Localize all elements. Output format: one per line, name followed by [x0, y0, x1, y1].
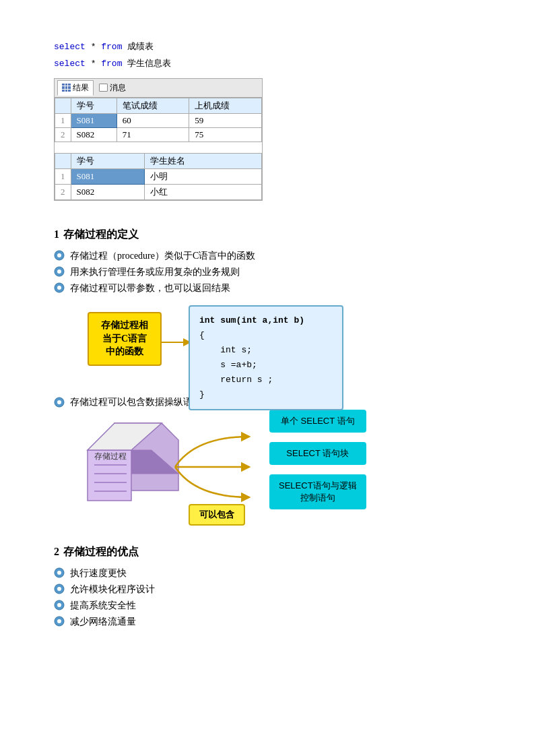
code-line-5: return s ;: [199, 373, 333, 387]
bullet-text-2: 用来执行管理任务或应用复杂的业务规则: [70, 266, 240, 278]
table-row: 2 S082 小红: [55, 184, 262, 199]
svg-point-5: [57, 286, 61, 290]
td-rownum: 1: [55, 113, 71, 127]
td-rownum: 2: [55, 127, 71, 141]
section2-bullets: 执行速度更快 允许模块化程序设计 提高系统安全性 减少网络流通量: [54, 567, 480, 628]
td-75: 75: [189, 127, 262, 141]
td-rownum: 2: [55, 184, 71, 199]
bullet-icon: [54, 584, 65, 594]
table-row: 2 S082 71 75: [55, 127, 262, 141]
btn-select-single[interactable]: 单个 SELECT 语句: [269, 410, 366, 433]
list-item: 执行速度更快: [54, 567, 480, 579]
th-xuehao-2: 学号: [71, 153, 145, 168]
bullet-icon: [54, 266, 65, 277]
list-item: 减少网络流通量: [54, 616, 480, 628]
section1-num: 1: [54, 228, 59, 241]
td-s081-1: S081: [71, 113, 116, 127]
table-row: 1 S081 60 59: [55, 113, 262, 127]
svg-point-3: [57, 270, 61, 274]
table-row: 1 S081 小明: [55, 168, 262, 184]
code-line-6: }: [199, 387, 333, 402]
bullet-icon: [54, 397, 65, 408]
section1-title: 存储过程的定义: [63, 228, 139, 242]
th-xingming: 学生姓名: [145, 153, 262, 168]
td-xiaohong: 小红: [145, 184, 262, 199]
list-item: 存储过程（procedure）类似于C语言中的函数: [54, 250, 480, 262]
table-spacer: [55, 142, 262, 153]
tab-result[interactable]: 结果: [57, 80, 94, 96]
sql-star2: *: [91, 59, 102, 69]
result-tabs: 结果 消息: [55, 79, 262, 98]
svg-text:存储过程: 存储过程: [94, 451, 127, 461]
sql-from2: from: [101, 59, 122, 69]
th-shangji: 上机成绩: [189, 98, 262, 113]
btn-select-logic[interactable]: SELECT语句与逻辑控制语句: [269, 474, 366, 509]
bullet-text-3: 存储过程可以带参数，也可以返回结果: [70, 282, 230, 294]
result-table-1: 学号 笔试成绩 上机成绩 1 S081 60 59 2 S082 71 75: [55, 98, 262, 142]
sql-line2: select * from 学生信息表: [54, 57, 480, 71]
bullet-icon: [54, 616, 65, 627]
message-icon: [99, 84, 108, 92]
section1-bullets: 存储过程（procedure）类似于C语言中的函数 用来执行管理任务或应用复杂的…: [54, 250, 480, 294]
sql-keyword-select1: select: [54, 42, 86, 52]
bullet-icon: [54, 250, 65, 261]
svg-point-9: [57, 400, 61, 404]
sql-table2: 学生信息表: [127, 59, 171, 69]
s2-bullet-4: 减少网络流通量: [70, 616, 136, 628]
td-s082-2: S082: [71, 184, 145, 199]
td-60: 60: [116, 113, 189, 127]
sql-star1: *: [91, 42, 102, 52]
td-rownum: 1: [55, 168, 71, 184]
list-item: 允许模块化程序设计: [54, 584, 480, 596]
th-bishi: 笔试成绩: [116, 98, 189, 113]
section2-heading: 2 存储过程的优点: [54, 545, 480, 559]
section2-title: 存储过程的优点: [63, 545, 139, 559]
code-box: int sum(int a,int b) { int s; s =a+b; re…: [189, 305, 343, 411]
s2-bullet-2: 允许模块化程序设计: [70, 584, 155, 596]
diagram-area: 存储过程相当于C语言中的函数 int sum(int a,int b) { in…: [54, 305, 480, 534]
td-71: 71: [116, 127, 189, 141]
sql-from1: from: [101, 42, 122, 52]
sql-table1: 成绩表: [127, 42, 154, 52]
svg-point-24: [57, 587, 61, 591]
tab-message-label: 消息: [110, 82, 126, 94]
section1-heading: 1 存储过程的定义: [54, 228, 480, 242]
sql-keyword-select2: select: [54, 59, 86, 69]
td-s081-2: S081: [71, 168, 145, 184]
list-item: 提高系统安全性: [54, 600, 480, 612]
code-line-1: int sum(int a,int b): [199, 313, 333, 328]
grid-icon: [62, 84, 71, 92]
list-item: 存储过程可以带参数，也可以返回结果: [54, 282, 480, 294]
sql-line1: select * from 成绩表: [54, 40, 480, 55]
list-item: 用来执行管理任务或应用复杂的业务规则: [54, 266, 480, 278]
svg-point-1: [57, 253, 61, 257]
th-rownum-2: [55, 153, 71, 168]
yellow-box: 存储过程相当于C语言中的函数: [88, 312, 162, 366]
svg-point-22: [57, 571, 61, 575]
arrows-svg: [168, 423, 276, 511]
bullet-icon: [54, 567, 65, 578]
result-area: 结果 消息 学号 笔试成绩 上机成绩 1 S081 60 59 2: [54, 78, 263, 201]
th-xuehao-1: 学号: [71, 98, 116, 113]
s2-bullet-3: 提高系统安全性: [70, 600, 136, 612]
btn-select-block[interactable]: SELECT 语句块: [269, 442, 366, 465]
td-xiaoming: 小明: [145, 168, 262, 184]
bullet-icon: [54, 600, 65, 610]
bullet-text-1: 存储过程（procedure）类似于C语言中的函数: [70, 250, 255, 262]
svg-point-26: [57, 603, 61, 607]
th-rownum-1: [55, 98, 71, 113]
tab-message[interactable]: 消息: [95, 81, 130, 95]
section2-num: 2: [54, 546, 59, 558]
tab-result-label: 结果: [73, 82, 89, 94]
bullet-icon: [54, 282, 65, 293]
contain-box: 可以包含: [189, 504, 245, 526]
code-line-2: {: [199, 328, 333, 343]
result-table-2: 学号 学生姓名 1 S081 小明 2 S082 小红: [55, 153, 262, 200]
svg-point-28: [57, 619, 61, 623]
code-line-3: int s;: [199, 343, 333, 358]
code-line-4: s =a+b;: [199, 358, 333, 373]
right-buttons: 单个 SELECT 语句 SELECT 语句块 SELECT语句与逻辑控制语句: [269, 410, 366, 509]
s2-bullet-1: 执行速度更快: [70, 567, 127, 579]
td-s082-1: S082: [71, 127, 116, 141]
td-59: 59: [189, 113, 262, 127]
